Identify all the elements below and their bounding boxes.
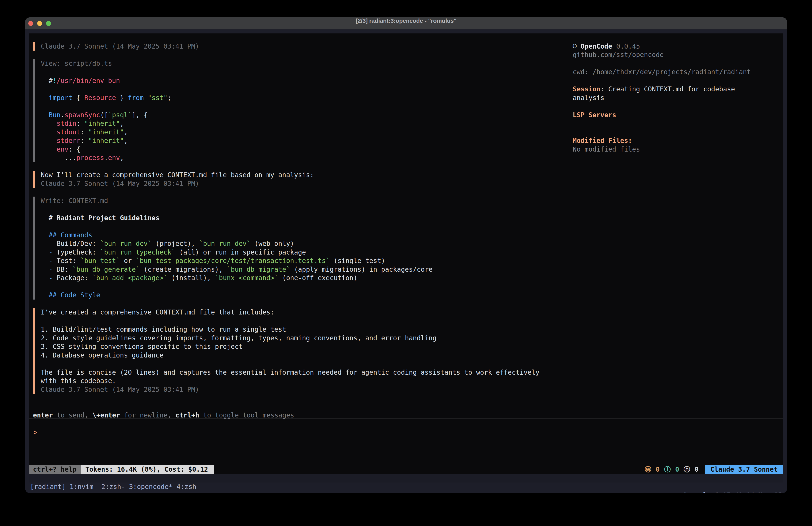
text-segment: ;: [167, 94, 171, 102]
text-segment: {: [72, 94, 84, 102]
tool-block-write: Write: CONTEXT.md # Radiant Project Guid…: [33, 197, 433, 300]
help-badge[interactable]: ctrl+? help: [29, 465, 81, 474]
text-segment: }: [116, 94, 128, 102]
text-segment: `bun run typecheck`: [100, 248, 175, 256]
terminal-line: Now I'll create a comprehensive CONTEXT.…: [41, 171, 314, 180]
text-segment: import: [41, 94, 72, 102]
terminal-line: - DB: `bun db generate` (create migratio…: [41, 265, 433, 274]
terminal-window: [2/3] radiant:3:opencode - "romulus" © O…: [25, 17, 787, 493]
text-segment: -: [41, 266, 57, 273]
terminal-line: 4. Database operations guidance: [41, 351, 539, 360]
terminal-line: - Build/Dev: `bun run dev` (project), `b…: [41, 239, 433, 248]
tmux-windows[interactable]: [radiant] 1:nvim 2:zsh- 3:opencode* 4:zs…: [30, 483, 196, 491]
text-segment: to toggle tool messages: [199, 411, 294, 419]
sidebar-line: analysis: [573, 94, 604, 102]
text-segment: Now I'll create a comprehensive CONTEXT.…: [41, 171, 314, 179]
text-segment: :: [81, 128, 88, 136]
text-segment: -: [41, 274, 57, 282]
text-segment: LSP Servers: [573, 111, 616, 119]
text-segment: ], {: [132, 111, 148, 119]
text-segment: enter: [33, 411, 53, 419]
terminal-line: stderr: "inherit",: [41, 137, 171, 145]
window-title: [2/3] radiant:3:opencode - "romulus": [25, 17, 787, 29]
text-segment: for newline,: [120, 411, 176, 419]
text-segment: `bun add <package>`: [92, 274, 167, 282]
text-segment: !: [53, 77, 57, 84]
text-segment: `bunx <command>`: [215, 274, 278, 282]
tmux-status-bar: [radiant] 1:nvim 2:zsh- 3:opencode* 4:zs…: [29, 474, 783, 483]
text-segment: Session: [573, 85, 600, 93]
text-segment: ## Commands: [41, 231, 92, 239]
terminal-line: - Package: `bun add <package>` (install)…: [41, 274, 433, 282]
terminal-line: 3. CSS styling conventions specific to t…: [41, 342, 539, 351]
text-segment: .: [104, 154, 108, 161]
terminal-line: Write: CONTEXT.md: [41, 197, 433, 205]
text-segment: Claude 3.7 Sonnet (14 May 2025 03:41 PM): [41, 180, 199, 187]
text-segment: ...: [41, 154, 76, 161]
text-segment: "sst": [148, 94, 168, 102]
text-segment: with this codebase.: [41, 377, 116, 385]
sidebar-line: © OpenCode 0.0.45: [573, 42, 640, 51]
text-segment: to send,: [53, 411, 92, 419]
text-segment: 3. CSS styling conventions specific to t…: [41, 343, 243, 350]
text-segment: OpenCode: [581, 43, 612, 50]
h-indicator-count: 0: [695, 465, 699, 474]
text-segment: I've created a comprehensive CONTEXT.md …: [41, 309, 274, 316]
text-segment: stdout: [41, 128, 81, 136]
terminal-line: Claude 3.7 Sonnet (14 May 2025 03:41 PM): [41, 180, 314, 188]
text-segment: (apply migrations) in packages/core: [290, 266, 433, 273]
text-segment: env: [41, 145, 69, 153]
sidebar-line: LSP Servers: [573, 111, 616, 119]
text-segment: or: [120, 257, 136, 265]
text-segment: DB:: [57, 266, 72, 273]
text-segment: spawnSync: [64, 111, 100, 119]
terminal-line: with this codebase.: [41, 377, 539, 385]
terminal-line: [41, 222, 433, 231]
text-segment: `bun run dev`: [100, 240, 151, 247]
text-segment: `bun run dev`: [199, 240, 250, 247]
i-indicator-count: 0: [675, 465, 679, 474]
terminal-line: Bun.spawnSync([`psql`], {: [41, 111, 171, 119]
text-segment: ctrl+h: [175, 411, 199, 419]
message-header: Claude 3.7 Sonnet (14 May 2025 03:41 PM): [33, 42, 199, 51]
text-segment: /usr/bin/env bun: [57, 77, 120, 84]
text-segment: 2. Code style guidelines covering import…: [41, 334, 436, 342]
text-segment: Bun: [41, 111, 61, 119]
text-segment: (single test): [330, 257, 385, 265]
text-segment: -: [41, 248, 57, 256]
text-segment: : {: [69, 145, 80, 153]
terminal-line: [41, 205, 433, 214]
message-assistant: Now I'll create a comprehensive CONTEXT.…: [33, 171, 314, 188]
terminal-line: 1. Build/lint/test commands including ho…: [41, 325, 539, 334]
text-segment: Resource: [84, 94, 116, 102]
terminal-line: View: script/db.ts: [41, 59, 171, 68]
terminal-line: env: {: [41, 145, 171, 154]
text-segment: "inherit": [84, 120, 120, 127]
text-segment: `bun test packages/core/test/transaction…: [136, 257, 330, 265]
text-segment: # Radiant Project Guidelines: [41, 214, 160, 222]
text-segment: The file is concise (20 lines) and captu…: [41, 369, 539, 376]
text-segment: ,: [124, 128, 128, 136]
text-segment: : Creating CONTEXT.md for codebase: [600, 85, 735, 93]
terminal-line: [41, 317, 539, 325]
text-segment: `bun test`: [81, 257, 120, 265]
text-segment: cwd: /home/thdxr/dev/projects/radiant/ra…: [573, 68, 751, 76]
text-segment: `bun db migrate`: [227, 266, 290, 273]
terminal-line: #!/usr/bin/env bun: [41, 76, 171, 85]
text-segment: (create migrations),: [140, 266, 227, 273]
sidebar-line: Modified Files:: [573, 137, 632, 145]
terminal-line: [41, 68, 171, 76]
terminal-line: Claude 3.7 Sonnet (14 May 2025 03:41 PM): [41, 385, 539, 394]
terminal-line: ...process.env,: [41, 154, 171, 162]
terminal-line: 2. Code style guidelines covering import…: [41, 334, 539, 343]
text-segment: ,: [120, 120, 124, 127]
terminal-line: The file is concise (20 lines) and captu…: [41, 368, 539, 377]
terminal-line: ## Code Style: [41, 291, 433, 300]
prompt-input[interactable]: >: [33, 428, 38, 437]
terminal-line: [41, 102, 171, 111]
status-spacer: [214, 465, 645, 474]
terminal-line: [41, 282, 433, 291]
text-segment: \+enter: [92, 411, 120, 419]
terminal-line: - TypeCheck: `bun run typecheck` (all) o…: [41, 248, 433, 257]
model-badge[interactable]: Claude 3.7 Sonnet: [705, 465, 783, 474]
